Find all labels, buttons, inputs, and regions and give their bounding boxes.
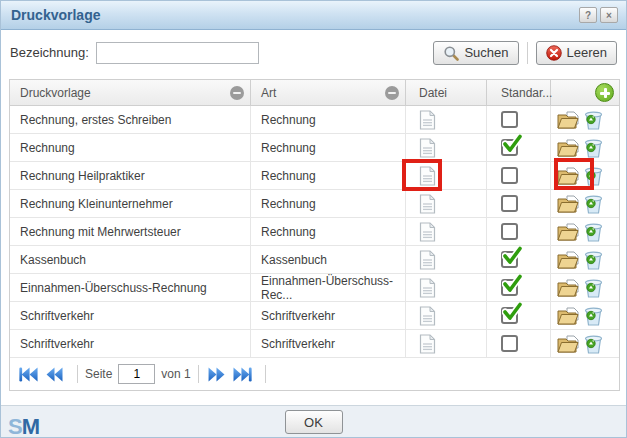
document-icon[interactable]: [419, 334, 436, 354]
table-row[interactable]: Einnahmen-Überschuss-Rechnung Einnahmen-…: [10, 274, 619, 302]
document-icon[interactable]: [419, 138, 436, 158]
folder-icon[interactable]: [556, 250, 580, 270]
table-row[interactable]: Rechnung Heilpraktiker Rechnung: [10, 162, 619, 190]
cell-druckvorlage: Rechnung: [10, 134, 251, 161]
add-template-button[interactable]: [595, 83, 614, 102]
document-icon[interactable]: [419, 250, 436, 270]
trash-icon[interactable]: [583, 138, 604, 158]
table-row[interactable]: Rechnung, erstes Schreiben Rechnung: [10, 106, 619, 134]
table-row[interactable]: Schriftverkehr Schriftverkehr: [10, 302, 619, 330]
table-row[interactable]: Kassenbuch Kassenbuch: [10, 246, 619, 274]
folder-icon[interactable]: [556, 138, 580, 158]
cell-standard: [487, 330, 551, 357]
column-label: Standar...: [501, 86, 552, 100]
cell-art: Rechnung: [251, 162, 406, 189]
trash-icon[interactable]: [583, 334, 604, 354]
standard-checkbox[interactable]: [501, 223, 518, 240]
table-row[interactable]: Schriftverkehr Schriftverkehr: [10, 330, 619, 358]
standard-checkbox[interactable]: [501, 111, 518, 128]
leeren-button[interactable]: Leeren: [536, 41, 617, 65]
document-icon[interactable]: [419, 222, 436, 242]
standard-checkbox[interactable]: [501, 139, 518, 156]
document-icon[interactable]: [419, 110, 436, 130]
pager-divider: [198, 365, 199, 383]
folder-icon[interactable]: [556, 222, 580, 242]
document-icon[interactable]: [419, 194, 436, 214]
cell-datei: [406, 246, 487, 273]
table-row[interactable]: Rechnung mit Mehrwertsteuer Rechnung: [10, 218, 619, 246]
table-row[interactable]: Rechnung Rechnung: [10, 134, 619, 162]
document-icon[interactable]: [419, 166, 436, 186]
column-label: Druckvorlage: [20, 86, 91, 100]
standard-checkbox[interactable]: [501, 279, 518, 296]
checkmark-icon: [502, 274, 523, 293]
suchen-button-label: Suchen: [464, 45, 508, 60]
first-page-button[interactable]: [18, 366, 39, 383]
table-row[interactable]: Rechnung Kleinunternehmer Rechnung: [10, 190, 619, 218]
trash-icon[interactable]: [583, 110, 604, 130]
column-label: Art: [261, 86, 276, 100]
cell-druckvorlage: Rechnung mit Mehrwertsteuer: [10, 218, 251, 245]
document-icon[interactable]: [419, 306, 436, 326]
dialog-footer: SM OK: [1, 405, 626, 437]
bezeichnung-input[interactable]: [96, 42, 259, 64]
trash-icon[interactable]: [583, 194, 604, 214]
folder-icon[interactable]: [556, 110, 580, 130]
trash-icon[interactable]: [583, 278, 604, 298]
pagination-bar: Seite von 1: [10, 358, 619, 390]
column-header-druckvorlage[interactable]: Druckvorlage: [10, 80, 251, 105]
folder-icon[interactable]: [556, 278, 580, 298]
cell-art: Schriftverkehr: [251, 330, 406, 357]
trash-icon[interactable]: [583, 166, 604, 186]
last-page-button[interactable]: [232, 366, 253, 383]
prev-page-button[interactable]: [44, 366, 65, 383]
cell-datei: [406, 302, 487, 329]
folder-icon[interactable]: [556, 194, 580, 214]
logo-letter-s: S: [8, 414, 22, 438]
cell-datei: [406, 274, 487, 301]
cell-standard: [487, 162, 551, 189]
standard-checkbox[interactable]: [501, 167, 518, 184]
trash-icon[interactable]: [583, 222, 604, 242]
cell-standard: [487, 134, 551, 161]
suchen-button[interactable]: Suchen: [433, 41, 518, 65]
cell-art: Rechnung: [251, 218, 406, 245]
standard-checkbox[interactable]: [501, 335, 518, 352]
trash-icon[interactable]: [583, 250, 604, 270]
column-header-datei[interactable]: Datei: [406, 80, 487, 105]
column-header-art[interactable]: Art: [251, 80, 406, 105]
document-icon[interactable]: [419, 278, 436, 298]
help-button[interactable]: ?: [579, 7, 597, 23]
cell-actions: [551, 246, 619, 273]
sort-icon[interactable]: [385, 86, 399, 100]
standard-checkbox[interactable]: [501, 251, 518, 268]
ok-button[interactable]: OK: [285, 410, 343, 434]
cell-druckvorlage: Schriftverkehr: [10, 330, 251, 357]
page-number-input[interactable]: [118, 364, 155, 384]
sm-logo: SM: [8, 414, 39, 438]
cell-druckvorlage: Kassenbuch: [10, 246, 251, 273]
folder-icon[interactable]: [556, 166, 580, 186]
cell-standard: [487, 106, 551, 133]
page-label: Seite: [85, 367, 112, 381]
cell-standard: [487, 190, 551, 217]
pager-divider: [265, 365, 266, 383]
cell-datei: [406, 106, 487, 133]
standard-checkbox[interactable]: [501, 307, 518, 324]
sort-icon[interactable]: [230, 86, 244, 100]
trash-icon[interactable]: [583, 306, 604, 326]
toolbar-divider: [527, 42, 528, 64]
next-page-button[interactable]: [206, 366, 227, 383]
cell-actions: [551, 106, 619, 133]
folder-icon[interactable]: [556, 334, 580, 354]
cell-art: Einnahmen-Überschuss-Rec...: [251, 274, 406, 301]
pager-divider: [77, 365, 78, 383]
cell-actions: [551, 218, 619, 245]
standard-checkbox[interactable]: [501, 195, 518, 212]
cell-datei: [406, 330, 487, 357]
folder-icon[interactable]: [556, 306, 580, 326]
checkmark-icon: [502, 246, 523, 265]
close-button[interactable]: ×: [600, 7, 618, 23]
checkmark-icon: [502, 134, 523, 153]
column-header-standard[interactable]: Standar...: [487, 80, 551, 105]
